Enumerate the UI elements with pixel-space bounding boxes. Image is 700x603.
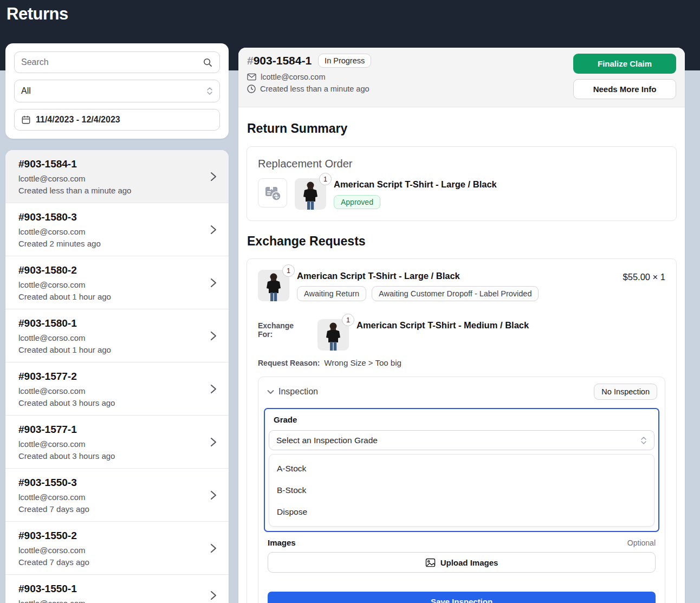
claim-created: Created less than a minute ago: [260, 85, 370, 93]
product-thumbnail: 1: [258, 270, 289, 301]
return-email: lcottle@corso.com: [18, 492, 216, 502]
exchange-request-card: 1 American Script T-Shirt - Large / Blac…: [247, 258, 677, 603]
return-created: Created about 3 hours ago: [18, 398, 216, 407]
replacement-order-title: Replacement Order: [258, 158, 665, 170]
grade-field-group: Grade Select an Inspection Grade A-Stock…: [264, 408, 659, 532]
awaiting-return-badge: Awaiting Return: [297, 286, 366, 301]
list-item[interactable]: #903-1550-3 lcottle@corso.com Created 7 …: [5, 469, 229, 522]
awaiting-dropoff-badge: Awaiting Customer Dropoff - Label Provid…: [372, 286, 539, 301]
chevron-right-icon: [210, 224, 217, 235]
replacement-order-card: Replacement Order 1: [247, 146, 677, 221]
search-box: [14, 51, 220, 73]
sidebar-filters-card: All 11/4/2023 - 12/4/2023: [5, 43, 229, 139]
return-email: lcottle@corso.com: [18, 546, 216, 555]
return-created: Created less than a minute ago: [18, 186, 216, 195]
grade-dropdown: A-Stock B-Stock Dispose: [269, 454, 654, 527]
list-item[interactable]: #903-1550-2 lcottle@corso.com Created 7 …: [5, 522, 229, 575]
return-created: Created 2 minutes ago: [18, 239, 216, 248]
replacement-product-title: American Script T-Shirt - Large / Black: [334, 179, 497, 190]
envelope-icon: [247, 73, 256, 81]
grade-label: Grade: [274, 415, 654, 424]
list-item[interactable]: #903-1550-1 lcottle@corso.com: [5, 575, 229, 603]
return-id: #903-1577-1: [18, 424, 216, 436]
grade-option-a-stock[interactable]: A-Stock: [269, 458, 654, 479]
request-reason-value: Wrong Size > Too big: [324, 358, 401, 367]
return-created: Created about 3 hours ago: [18, 451, 216, 461]
return-id: #903-1580-3: [18, 211, 216, 223]
date-range-field[interactable]: 11/4/2023 - 12/4/2023: [14, 109, 220, 131]
grade-select[interactable]: Select an Inspection Grade: [269, 430, 654, 450]
no-inspection-button[interactable]: No Inspection: [594, 384, 657, 400]
return-email: lcottle@corso.com: [18, 280, 216, 289]
quantity-badge: 1: [319, 173, 332, 185]
search-icon: [203, 57, 213, 68]
chevron-down-icon[interactable]: [267, 390, 274, 394]
save-inspection-button[interactable]: Save Inspection: [268, 592, 656, 603]
product-thumbnail: 1: [317, 319, 349, 351]
upload-images-label: Upload Images: [440, 558, 498, 567]
chevron-right-icon: [210, 384, 217, 394]
clock-icon: [247, 85, 256, 93]
status-filter-select[interactable]: All: [14, 80, 220, 102]
exchange-for-label: Exchange For:: [258, 319, 310, 339]
list-item[interactable]: #903-1580-2 lcottle@corso.com Created ab…: [5, 256, 229, 309]
chevron-right-icon: [210, 277, 217, 288]
image-icon: [425, 558, 436, 567]
return-email: lcottle@corso.com: [18, 174, 216, 183]
claim-email: lcottle@corso.com: [261, 73, 325, 81]
return-email: lcottle@corso.com: [18, 386, 216, 395]
list-item[interactable]: #903-1580-3 lcottle@corso.com Created 2 …: [5, 203, 229, 256]
chevron-right-icon: [210, 437, 217, 448]
search-input[interactable]: [21, 57, 203, 67]
grade-select-value: Select an Inspection Grade: [276, 436, 378, 445]
approved-badge: Approved: [334, 195, 380, 209]
item-price: $55.00 × 1: [623, 270, 665, 282]
return-created: Created 7 days ago: [18, 504, 216, 514]
needs-more-info-button[interactable]: Needs More Info: [573, 79, 676, 99]
list-item[interactable]: #903-1584-1 lcottle@corso.com Created le…: [5, 150, 229, 203]
chevron-up-down-icon: [206, 87, 213, 95]
inspection-panel: Inspection No Inspection Grade Select an…: [258, 377, 665, 603]
request-reason-label: Request Reason:: [258, 359, 320, 367]
upload-images-button[interactable]: Upload Images: [268, 552, 656, 573]
status-badge: In Progress: [318, 54, 371, 68]
return-email: lcottle@corso.com: [18, 227, 216, 236]
chevron-right-icon: [210, 590, 217, 601]
return-email: lcottle@corso.com: [18, 599, 216, 603]
quantity-badge: 1: [342, 314, 354, 326]
return-id: #903-1580-1: [18, 317, 216, 329]
grade-option-b-stock[interactable]: B-Stock: [269, 479, 654, 501]
return-id: #903-1577-2: [18, 371, 216, 382]
return-email: lcottle@corso.com: [18, 333, 216, 342]
chevron-up-down-icon: [640, 436, 647, 445]
return-created: Created 7 days ago: [18, 557, 216, 567]
chevron-right-icon: [210, 490, 217, 501]
product-thumbnail: 1: [295, 178, 326, 210]
return-id: #903-1550-3: [18, 477, 216, 489]
return-id: #903-1550-2: [18, 530, 216, 542]
chevron-right-icon: [210, 543, 217, 554]
chevron-right-icon: [210, 171, 217, 182]
date-range-value: 11/4/2023 - 12/4/2023: [36, 115, 120, 125]
inspection-title: Inspection: [278, 387, 318, 397]
list-item[interactable]: #903-1577-1 lcottle@corso.com Created ab…: [5, 416, 229, 469]
return-email: lcottle@corso.com: [18, 439, 216, 449]
return-created: Created about 1 hour ago: [18, 292, 216, 301]
status-filter-value: All: [21, 86, 31, 96]
grade-option-dispose[interactable]: Dispose: [269, 501, 654, 523]
finalize-claim-button[interactable]: Finalize Claim: [573, 54, 676, 74]
replacement-order-icon: [258, 178, 287, 208]
returns-list: #903-1584-1 lcottle@corso.com Created le…: [5, 150, 229, 603]
exchange-product-title: American Script T-Shirt - Large / Black: [297, 271, 539, 281]
return-id: #903-1584-1: [18, 158, 216, 170]
claim-header: #903-1584-1 In Progress lcottle@corso.co…: [238, 48, 685, 107]
return-created: Created about 1 hour ago: [18, 345, 216, 354]
return-id: #903-1580-2: [18, 264, 216, 276]
claim-id: #903-1584-1: [247, 54, 312, 67]
list-item[interactable]: #903-1580-1 lcottle@corso.com Created ab…: [5, 309, 229, 362]
list-item[interactable]: #903-1577-2 lcottle@corso.com Created ab…: [5, 362, 229, 416]
return-summary-heading: Return Summary: [247, 121, 676, 136]
chevron-right-icon: [210, 330, 217, 341]
quantity-badge: 1: [282, 264, 295, 277]
calendar-icon: [21, 115, 31, 125]
